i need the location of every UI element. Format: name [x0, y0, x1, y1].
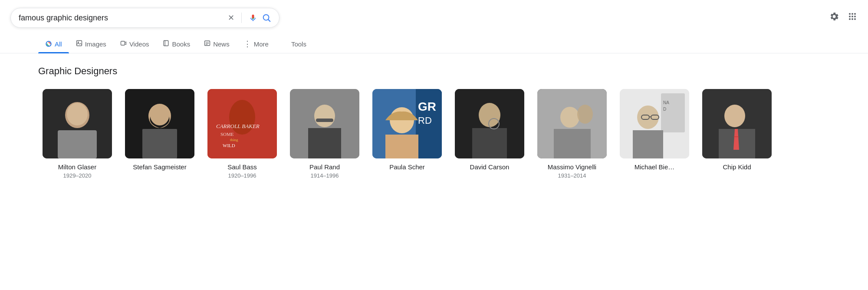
apps-grid-icon[interactable] — [847, 11, 858, 24]
tab-images[interactable]: Images — [69, 36, 113, 53]
svg-point-8 — [849, 18, 851, 20]
svg-rect-39 — [316, 119, 333, 122]
svg-text:NA: NA — [663, 100, 669, 105]
designer-photo-paula: GR RD — [372, 89, 442, 158]
svg-point-64 — [724, 105, 745, 127]
designer-photo-michael: NA D — [620, 89, 689, 158]
svg-point-47 — [479, 103, 500, 127]
tab-videos[interactable]: Videos — [113, 36, 156, 53]
svg-point-31 — [229, 100, 255, 135]
svg-point-24 — [67, 103, 88, 125]
tab-all[interactable]: All — [38, 36, 69, 53]
svg-point-51 — [560, 107, 579, 128]
images-tab-icon — [76, 40, 82, 48]
svg-rect-59 — [633, 130, 663, 158]
designer-name-massimo: Massimo Vignelli — [548, 163, 596, 171]
all-tab-icon — [45, 40, 52, 47]
svg-rect-17 — [205, 41, 210, 46]
search-bar: famous graphic designers ✕ — [10, 8, 279, 28]
tab-news[interactable]: News — [197, 36, 237, 53]
search-button[interactable] — [262, 13, 271, 23]
designer-card-stefan[interactable]: Stefan Sagmeister — [121, 85, 199, 185]
all-tab-label: All — [55, 40, 62, 48]
svg-point-2 — [849, 13, 851, 15]
designer-years-saul: 1920–1996 — [228, 172, 256, 179]
designer-card-paula[interactable]: GR RD Paula Scher — [368, 85, 446, 185]
svg-rect-55 — [661, 93, 685, 132]
designer-years-milton: 1929–2020 — [63, 172, 91, 179]
designer-card-michael[interactable]: NA D Michael Bie… — [615, 85, 694, 185]
designer-photo-saul: CARROLL BAKER SOME thing WILD — [207, 89, 277, 158]
designer-card-chip[interactable]: Chip Kidd — [698, 85, 776, 185]
designer-photo-paul — [290, 89, 359, 158]
header-right — [829, 11, 858, 24]
designer-years-massimo: 1931–2014 — [558, 172, 586, 179]
svg-rect-25 — [58, 130, 97, 158]
svg-text:CARROLL BAKER: CARROLL BAKER — [216, 123, 260, 129]
clear-icon[interactable]: ✕ — [228, 13, 234, 23]
videos-tab-label: Videos — [129, 40, 149, 48]
tab-books[interactable]: Books — [156, 36, 197, 53]
svg-point-6 — [852, 16, 853, 17]
svg-text:GR: GR — [418, 100, 436, 113]
svg-point-5 — [849, 16, 851, 17]
svg-point-37 — [314, 105, 335, 127]
svg-text:SOME: SOME — [220, 132, 234, 137]
search-divider — [241, 13, 242, 23]
designer-name-david: David Carson — [470, 163, 510, 171]
designer-name-stefan: Stefan Sagmeister — [133, 163, 186, 171]
news-tab-icon — [204, 40, 210, 48]
designer-name-chip: Chip Kidd — [723, 163, 751, 171]
tab-more[interactable]: ⋮ More — [237, 36, 276, 53]
designer-name-paul: Paul Rand — [309, 163, 340, 171]
svg-point-58 — [637, 105, 659, 129]
svg-text:D: D — [663, 107, 666, 112]
settings-icon[interactable] — [829, 11, 839, 24]
designer-name-saul: Saul Bass — [227, 163, 257, 171]
header: famous graphic designers ✕ — [0, 0, 868, 28]
more-tab-label: More — [254, 40, 269, 48]
svg-point-7 — [854, 16, 856, 17]
books-tab-icon — [163, 40, 169, 48]
svg-rect-15 — [164, 41, 169, 46]
designer-photo-milton — [43, 89, 112, 158]
svg-point-13 — [77, 42, 79, 43]
images-tab-label: Images — [85, 40, 106, 48]
svg-point-9 — [852, 18, 853, 20]
videos-tab-icon — [120, 40, 127, 48]
more-tab-icon: ⋮ — [243, 40, 251, 48]
section-title: Graphic Designers — [38, 66, 830, 77]
designer-name-michael: Michael Bie… — [635, 163, 675, 171]
svg-rect-52 — [554, 129, 591, 158]
designer-card-david[interactable]: David Carson — [450, 85, 529, 185]
search-input[interactable]: famous graphic designers — [19, 13, 224, 23]
designer-photo-stefan — [125, 89, 194, 158]
designer-photo-massimo — [537, 89, 607, 158]
svg-point-53 — [577, 105, 593, 124]
books-tab-label: Books — [172, 40, 190, 48]
svg-rect-38 — [308, 128, 341, 158]
designer-card-massimo[interactable]: Massimo Vignelli 1931–2014 — [533, 85, 611, 185]
tools-tab-label: Tools — [291, 40, 306, 48]
svg-point-3 — [852, 13, 853, 15]
svg-point-28 — [150, 105, 169, 125]
designer-photo-chip — [702, 89, 772, 158]
svg-rect-29 — [142, 129, 177, 158]
svg-rect-14 — [121, 41, 125, 45]
svg-rect-12 — [76, 41, 82, 46]
news-tab-label: News — [213, 40, 230, 48]
svg-rect-45 — [385, 135, 418, 158]
svg-text:WILD: WILD — [223, 143, 235, 148]
graphic-designers-section: Graphic Designers Milton Glaser 1929–202… — [0, 53, 868, 197]
nav-tabs: All Images Videos Books — [0, 31, 868, 53]
svg-text:thing: thing — [230, 138, 238, 142]
designer-years-paul: 1914–1996 — [310, 172, 339, 179]
designer-card-milton[interactable]: Milton Glaser 1929–2020 — [38, 85, 116, 185]
designer-card-saul[interactable]: CARROLL BAKER SOME thing WILD Saul Bass … — [203, 85, 281, 185]
svg-text:RD: RD — [418, 115, 432, 126]
mic-icon[interactable] — [249, 13, 257, 22]
svg-point-10 — [854, 18, 856, 20]
tab-tools[interactable]: Tools — [284, 36, 313, 53]
svg-line-1 — [268, 20, 270, 21]
designer-card-paul[interactable]: Paul Rand 1914–1996 — [286, 85, 364, 185]
